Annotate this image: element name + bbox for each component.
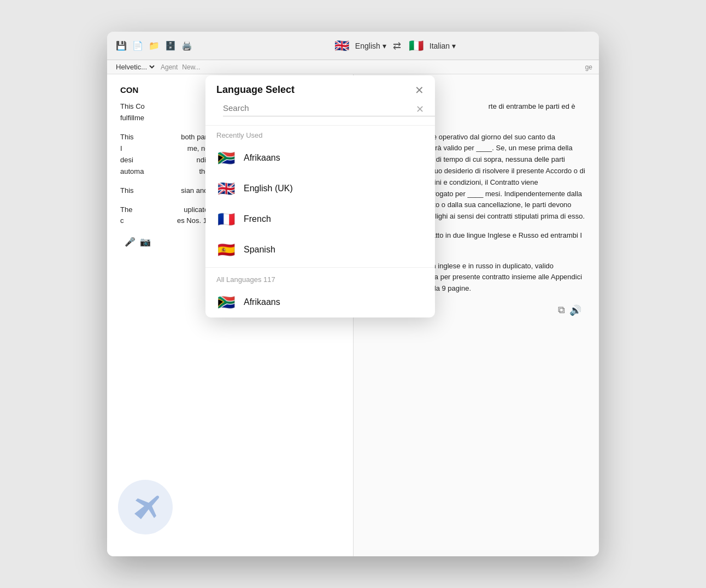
afrikaans-name-recent: Afrikaans: [244, 153, 280, 163]
language-select-modal: Language Select ✕ ✕ Recently Used 🇿🇦 Afr…: [205, 75, 435, 317]
modal-title: Language Select: [216, 84, 295, 96]
modal-close-button[interactable]: ✕: [415, 85, 424, 96]
lang-item-spanish-recent[interactable]: 🇪🇸 Spanish: [205, 234, 435, 265]
app-window: 💾 📄 📁 🗄️ 🖨️ 🇬🇧 English ▾ ⇄ 🇮🇹 Italian: [107, 32, 599, 556]
afrikaans-flag-all: 🇿🇦: [216, 292, 236, 312]
modal-header: Language Select ✕: [205, 75, 435, 100]
content-area: CON This Co he both parties and valid ti…: [107, 74, 599, 556]
recently-used-list: 🇿🇦 Afrikaans 🇬🇧 English (UK) 🇫🇷 French: [205, 143, 435, 265]
afrikaans-flag-recent: 🇿🇦: [216, 148, 236, 168]
search-clear-button[interactable]: ✕: [416, 103, 424, 115]
modal-scroll: Recently Used 🇿🇦 Afrikaans 🇬🇧 English (U…: [205, 126, 435, 317]
all-languages-list: 🇿🇦 Afrikaans: [205, 287, 435, 317]
french-name-recent: French: [244, 214, 271, 224]
lang-item-afrikaans-recent[interactable]: 🇿🇦 Afrikaans: [205, 143, 435, 173]
french-flag-recent: 🇫🇷: [216, 209, 236, 229]
english-uk-flag-recent: 🇬🇧: [216, 179, 236, 198]
modal-divider: [205, 267, 435, 268]
all-languages-label: All Languages 117: [205, 270, 435, 287]
spanish-name-recent: Spanish: [244, 245, 275, 255]
modal-overlay: Language Select ✕ ✕ Recently Used 🇿🇦 Afr…: [107, 74, 599, 556]
language-search-input[interactable]: [223, 100, 435, 116]
spanish-flag-recent: 🇪🇸: [216, 240, 236, 260]
afrikaans-name-all: Afrikaans: [244, 297, 280, 307]
lang-item-english-uk-recent[interactable]: 🇬🇧 English (UK): [205, 173, 435, 204]
lang-item-afrikaans-all[interactable]: 🇿🇦 Afrikaans: [205, 287, 435, 317]
recently-used-label: Recently Used: [205, 126, 435, 143]
english-uk-name-recent: English (UK): [244, 184, 293, 193]
lang-item-french-recent[interactable]: 🇫🇷 French: [205, 204, 435, 234]
